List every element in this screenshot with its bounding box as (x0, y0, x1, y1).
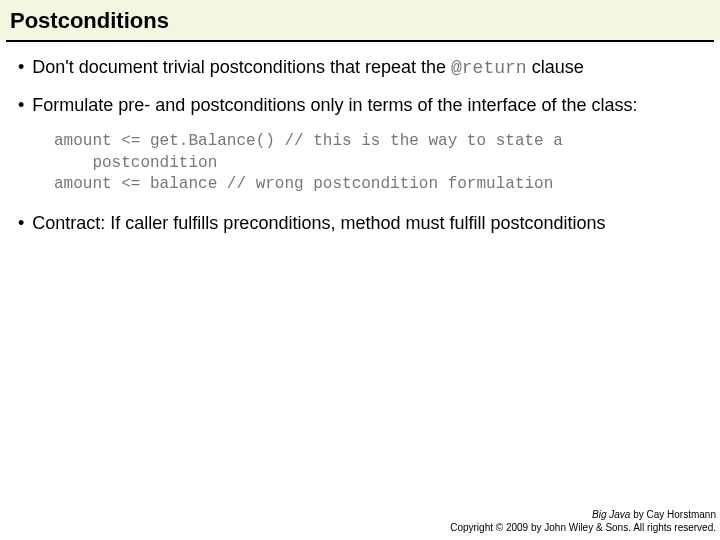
page-title: Postconditions (10, 8, 710, 34)
code-block: amount <= get.Balance() // this is the w… (54, 131, 702, 196)
bullet-text: Formulate pre- and postconditions only i… (32, 94, 702, 117)
footer: Big Java by Cay Horstmann Copyright © 20… (450, 509, 716, 534)
bullet-text: Contract: If caller fulfills preconditio… (32, 212, 702, 235)
title-bar: Postconditions (0, 0, 720, 40)
bullet-dot: • (18, 56, 24, 80)
bullet-dot: • (18, 94, 24, 117)
bullet-item: • Formulate pre- and postconditions only… (18, 94, 702, 117)
book-name: Big Java (592, 509, 630, 520)
footer-by: by Cay Horstmann (630, 509, 716, 520)
footer-line-1: Big Java by Cay Horstmann (450, 509, 716, 522)
bullet-dot: • (18, 212, 24, 235)
bullet-1-post: clause (527, 57, 584, 77)
content-area: • Don't document trivial postconditions … (0, 42, 720, 235)
code-inline: @return (451, 58, 527, 78)
bullet-item: • Don't document trivial postconditions … (18, 56, 702, 80)
bullet-item: • Contract: If caller fulfills precondit… (18, 212, 702, 235)
footer-line-2: Copyright © 2009 by John Wiley & Sons. A… (450, 522, 716, 535)
bullet-text: Don't document trivial postconditions th… (32, 56, 702, 80)
bullet-1-pre: Don't document trivial postconditions th… (32, 57, 451, 77)
